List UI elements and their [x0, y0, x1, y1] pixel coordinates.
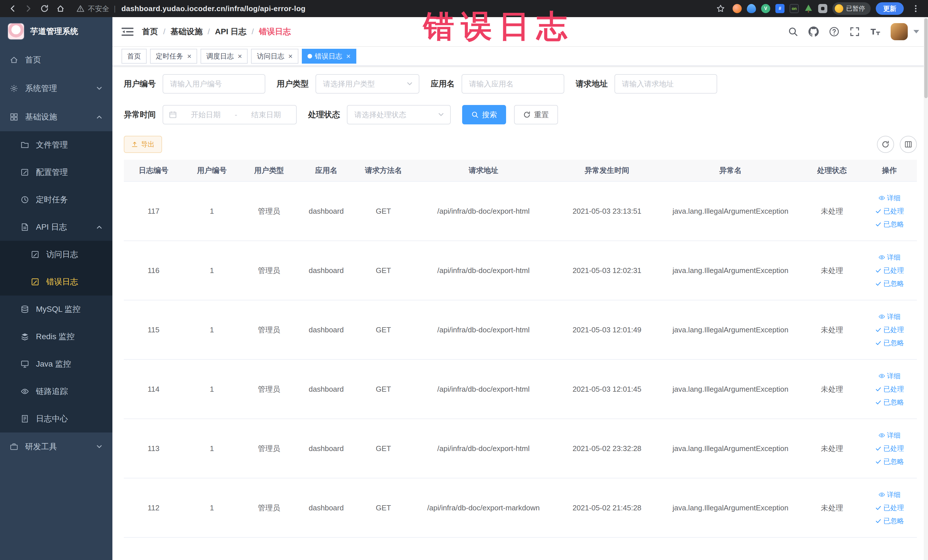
- sidebar-item-11[interactable]: Java 监控: [0, 350, 112, 378]
- tag-3[interactable]: 访问日志×: [251, 49, 298, 64]
- refresh-table-button[interactable]: [877, 136, 894, 153]
- address-bar[interactable]: 不安全 | dashboard.yudao.iocoder.cn/infra/l…: [76, 4, 711, 14]
- extension-octotree-icon[interactable]: [804, 4, 813, 13]
- extension-grid-icon[interactable]: #: [775, 4, 785, 13]
- action-label: 已忽略: [884, 398, 904, 407]
- action-detail-link[interactable]: 详细: [878, 490, 901, 499]
- security-status[interactable]: 不安全 |: [76, 4, 117, 14]
- action-ignored-link[interactable]: 已忽略: [875, 457, 904, 466]
- chrome-menu-kebab-icon[interactable]: [909, 2, 923, 15]
- extension-on-icon[interactable]: on: [790, 4, 799, 13]
- user-type-select[interactable]: 请选择用户类型: [316, 74, 419, 93]
- bookmark-star-icon[interactable]: [714, 2, 728, 15]
- action-processed-link[interactable]: 已处理: [875, 325, 904, 334]
- action-detail-link[interactable]: 详细: [878, 194, 901, 203]
- cell-status: 未处理: [802, 182, 862, 241]
- browser-refresh-button[interactable]: [38, 2, 51, 15]
- tag-0[interactable]: 首页: [122, 49, 147, 64]
- avatar-caret-down-icon[interactable]: [913, 30, 919, 34]
- cell-time: 2021-05-03 12:01:45: [555, 359, 659, 419]
- sidebar-item-label: MySQL 监控: [36, 304, 81, 315]
- search-button-label: 搜索: [482, 110, 497, 120]
- export-button[interactable]: 导出: [124, 136, 162, 153]
- action-processed-link[interactable]: 已处理: [875, 503, 904, 512]
- user-avatar[interactable]: [891, 23, 908, 40]
- extension-vue-icon[interactable]: V: [761, 4, 770, 13]
- action-ignored-link[interactable]: 已忽略: [875, 220, 904, 229]
- close-icon[interactable]: ×: [288, 52, 292, 60]
- sidebar-item-12[interactable]: 链路追踪: [0, 378, 112, 405]
- app-logo[interactable]: 芋道管理系统: [0, 17, 112, 46]
- action-label: 已处理: [884, 444, 904, 453]
- action-processed-link[interactable]: 已处理: [875, 266, 904, 275]
- close-icon[interactable]: ×: [346, 52, 351, 60]
- tag-label: 调度日志: [206, 52, 234, 61]
- fullscreen-icon[interactable]: [850, 26, 860, 37]
- request-url-input[interactable]: [615, 74, 717, 93]
- user-id-input[interactable]: [163, 74, 265, 93]
- browser-home-button[interactable]: [53, 2, 67, 15]
- cell-user-id: 1: [183, 182, 240, 241]
- tag-4[interactable]: 错误日志×: [302, 49, 356, 64]
- user-type-placeholder: 请选择用户类型: [323, 79, 375, 89]
- browser-back-button[interactable]: [6, 2, 20, 15]
- cell-user-type: 管理员: [241, 182, 298, 241]
- help-question-icon[interactable]: [829, 26, 839, 37]
- action-processed-link[interactable]: 已处理: [875, 206, 904, 216]
- github-icon[interactable]: [809, 26, 819, 37]
- sidebar-toggle-icon[interactable]: [122, 26, 133, 37]
- font-size-icon[interactable]: [870, 26, 881, 37]
- m-db-icon: [21, 305, 29, 314]
- sidebar-item-9[interactable]: MySQL 监控: [0, 296, 112, 323]
- page-scrollbar[interactable]: [924, 17, 928, 560]
- breadcrumb-item-0[interactable]: 首页: [142, 26, 158, 37]
- filter-row-1: 用户编号 用户类型 请选择用户类型 应用名 请求地址: [124, 74, 917, 93]
- profile-paused-badge[interactable]: 已暂停: [832, 2, 871, 15]
- sidebar-item-14[interactable]: 研发工具: [0, 432, 112, 461]
- cell-id: 113: [124, 419, 183, 478]
- tag-1[interactable]: 定时任务×: [150, 49, 197, 64]
- breadcrumb-item-1[interactable]: 基础设施: [171, 26, 203, 37]
- action-processed-link[interactable]: 已处理: [875, 444, 904, 453]
- chrome-update-button[interactable]: 更新: [876, 2, 904, 15]
- action-processed-link[interactable]: 已处理: [875, 385, 904, 394]
- exception-time-range-picker[interactable]: 开始日期 - 结束日期: [163, 105, 297, 124]
- sidebar-item-7[interactable]: 访问日志: [0, 241, 112, 268]
- sidebar-item-8[interactable]: 错误日志: [0, 268, 112, 296]
- sidebar-item-1[interactable]: 系统管理: [0, 74, 112, 103]
- extension-orange-icon[interactable]: [733, 4, 742, 13]
- tag-2[interactable]: 调度日志×: [200, 49, 247, 64]
- action-detail-link[interactable]: 详细: [878, 431, 901, 440]
- action-ignored-link[interactable]: 已忽略: [875, 516, 904, 525]
- process-status-select[interactable]: 请选择处理状态: [347, 105, 451, 124]
- sidebar-item-6[interactable]: API 日志: [0, 214, 112, 241]
- extensions-puzzle-icon[interactable]: [818, 4, 827, 13]
- action-ignored-link[interactable]: 已忽略: [875, 398, 904, 407]
- action-detail-link[interactable]: 详细: [878, 371, 901, 381]
- breadcrumb-item-2[interactable]: API 日志: [215, 26, 246, 37]
- search-icon[interactable]: [788, 26, 798, 37]
- sidebar-item-10[interactable]: Redis 监控: [0, 323, 112, 350]
- scrollbar-thumb[interactable]: [924, 18, 928, 98]
- extension-drop-icon[interactable]: [747, 4, 756, 13]
- action-ignored-link[interactable]: 已忽略: [875, 279, 904, 288]
- sidebar-item-4[interactable]: 配置管理: [0, 159, 112, 186]
- cell-app: dashboard: [298, 419, 355, 478]
- reset-button[interactable]: 重置: [514, 105, 558, 124]
- export-icon: [131, 141, 138, 148]
- sidebar-item-0[interactable]: 首页: [0, 46, 112, 74]
- app-name-input[interactable]: [462, 74, 564, 93]
- action-ignored-link[interactable]: 已忽略: [875, 338, 904, 348]
- browser-forward-button[interactable]: [22, 2, 35, 15]
- search-button[interactable]: 搜索: [462, 105, 506, 124]
- action-detail-link[interactable]: 详细: [878, 312, 901, 321]
- sidebar-item-3[interactable]: 文件管理: [0, 131, 112, 159]
- sidebar-item-2[interactable]: 基础设施: [0, 103, 112, 131]
- sidebar-item-5[interactable]: 定时任务: [0, 186, 112, 214]
- action-detail-link[interactable]: 详细: [878, 253, 901, 262]
- close-icon[interactable]: ×: [238, 52, 242, 60]
- page-url[interactable]: dashboard.yudao.iocoder.cn/infra/log/api…: [122, 4, 306, 13]
- column-settings-button[interactable]: [900, 136, 917, 153]
- close-icon[interactable]: ×: [187, 52, 191, 60]
- sidebar-item-13[interactable]: 日志中心: [0, 405, 112, 432]
